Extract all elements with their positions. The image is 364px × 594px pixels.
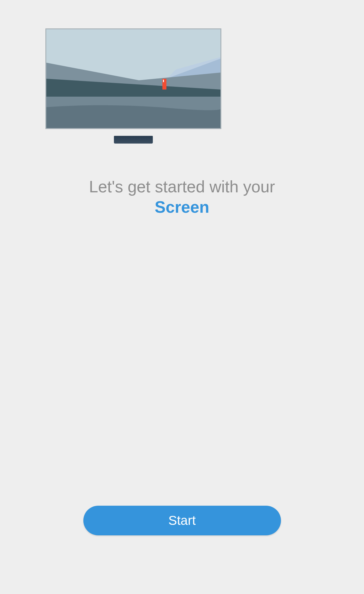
heading-highlight: Screen bbox=[155, 198, 209, 216]
start-button[interactable]: Start bbox=[83, 506, 281, 535]
svg-rect-6 bbox=[162, 79, 166, 90]
tv-screen-icon bbox=[45, 28, 221, 129]
svg-rect-7 bbox=[163, 80, 164, 82]
tv-illustration bbox=[45, 28, 221, 136]
onboarding-heading: Let's get started with your Screen bbox=[0, 177, 364, 218]
tv-stand-icon bbox=[114, 136, 153, 144]
landscape-artwork bbox=[46, 29, 220, 128]
heading-line1: Let's get started with your bbox=[89, 178, 275, 196]
